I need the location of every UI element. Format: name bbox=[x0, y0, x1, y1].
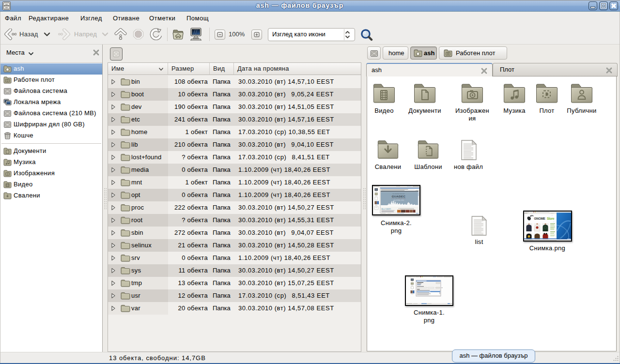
svg-text:GNOME: GNOME bbox=[534, 217, 546, 220]
svg-text:About GUADEC: About GUADEC bbox=[382, 208, 391, 210]
svg-text:Store: Store bbox=[547, 217, 555, 220]
svg-text:July 24-30th, 2010: July 24-30th, 2010 bbox=[393, 199, 404, 201]
svg-text:GUADEC: GUADEC bbox=[392, 195, 406, 198]
